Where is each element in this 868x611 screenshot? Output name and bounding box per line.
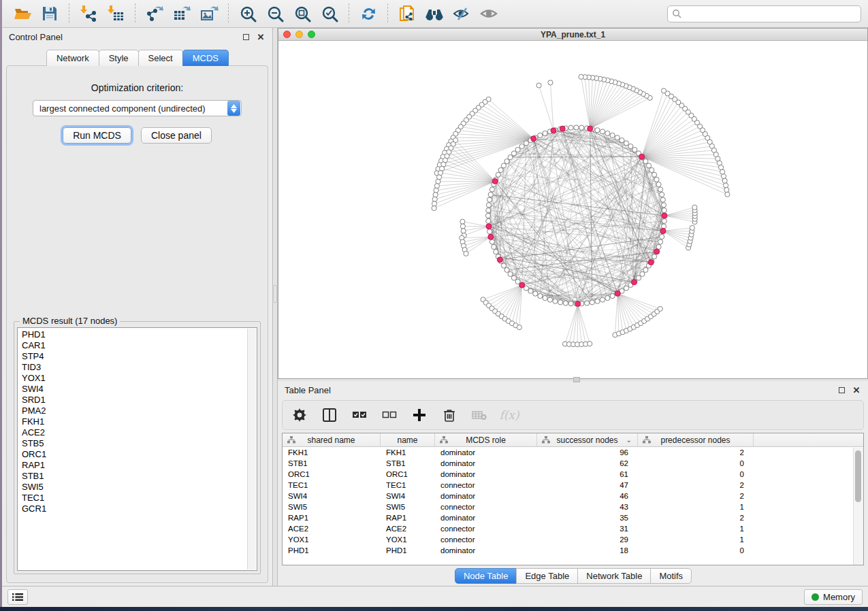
export-network-button[interactable] [143,3,166,24]
function-builder-button[interactable]: f(x) [502,408,517,423]
table-cell[interactable]: TEC1 [381,481,435,489]
horizontal-splitter[interactable] [278,379,868,381]
table-cell[interactable]: ORC1 [283,470,381,478]
table-cell[interactable]: FKH1 [381,448,435,457]
table-body[interactable]: FKH1FKH1dominator962STB1STB1dominator620… [283,447,863,565]
zoom-out-button[interactable] [263,3,287,24]
table-cell[interactable]: 2 [638,448,754,457]
search-box[interactable] [667,5,861,22]
table-cell[interactable]: 29 [537,535,638,544]
network-graph[interactable] [278,41,867,378]
mcds-result-list[interactable]: PHD1CAR1STP4TID3YOX1SWI4SRD1PMA2FKH1ACE2… [17,327,257,571]
zoom-fit-button[interactable] [291,3,314,24]
table-cell[interactable]: dominator [435,459,537,467]
table-row[interactable]: SWI5SWI5connector431 [283,501,863,512]
search-input[interactable] [681,9,856,18]
table-row[interactable]: SWI4SWI4dominator462 [283,491,863,501]
task-history-button[interactable] [7,589,28,605]
save-session-button[interactable] [38,3,61,24]
table-row[interactable]: PHD1PHD1dominator180 [283,545,863,556]
zoom-in-button[interactable] [236,3,259,24]
select-all-columns-button[interactable] [352,408,367,423]
list-item[interactable]: STB5 [22,438,257,449]
splitter-grip[interactable] [274,285,276,303]
column-header-mcds-role[interactable]: MCDS role [435,433,537,446]
splitter-grip[interactable] [573,377,580,382]
tab-network[interactable]: Network [46,50,99,66]
table-cell[interactable]: 1 [638,503,754,511]
table-cell[interactable]: 1 [638,535,754,544]
table-cell[interactable]: 2 [638,514,754,522]
table-cell[interactable]: ORC1 [381,470,435,478]
table-cell[interactable]: 61 [537,470,638,478]
show-columns-button[interactable] [322,408,337,423]
minimize-window-icon[interactable] [295,31,303,38]
table-scrollbar[interactable] [853,448,863,565]
table-row[interactable]: YOX1YOX1connector291 [283,534,863,545]
table-cell[interactable]: connector [435,481,537,489]
table-cell[interactable]: ACE2 [381,525,435,533]
float-panel-icon[interactable] [837,385,846,395]
column-header-successor-nodes[interactable]: successor nodes ⌄ [537,433,638,446]
table-cell[interactable]: 62 [537,459,638,467]
vertical-splitter[interactable] [272,28,278,586]
table-cell[interactable]: 43 [537,503,638,511]
table-row[interactable]: ORC1ORC1dominator610 [283,469,863,480]
table-cell[interactable]: SWI4 [283,492,381,500]
import-table-button[interactable] [104,3,127,24]
table-cell[interactable]: PHD1 [283,546,381,555]
hide-selected-button[interactable] [450,3,473,24]
table-cell[interactable]: 0 [638,470,754,478]
table-row[interactable]: FKH1FKH1dominator962 [283,447,863,458]
list-item[interactable]: PMA2 [22,406,257,416]
clone-network-button[interactable] [396,3,419,24]
table-cell[interactable]: 96 [537,448,638,457]
table-cell[interactable]: connector [435,535,537,544]
table-cell[interactable]: FKH1 [283,448,381,457]
tab-motifs[interactable]: Motifs [650,568,692,584]
list-item[interactable]: STP4 [22,351,257,362]
open-file-button[interactable] [11,3,34,24]
table-cell[interactable]: 47 [537,481,638,489]
table-cell[interactable]: SWI4 [381,492,435,500]
table-cell[interactable]: 35 [537,514,638,522]
table-cell[interactable]: YOX1 [283,535,381,544]
deselect-all-columns-button[interactable] [382,408,397,423]
table-cell[interactable]: 46 [537,492,638,500]
export-table-button[interactable] [170,3,193,24]
list-item[interactable]: SWI4 [22,384,257,395]
table-cell[interactable]: ACE2 [283,525,381,533]
tab-style[interactable]: Style [99,50,139,66]
table-cell[interactable]: SWI5 [381,503,435,511]
list-item[interactable]: ACE2 [22,427,257,438]
delete-table-button[interactable] [472,408,487,423]
table-cell[interactable]: dominator [435,448,537,457]
export-image-button[interactable] [197,3,221,24]
delete-column-button[interactable] [442,408,457,423]
sort-indicator-icon[interactable]: ⌄ [626,436,632,444]
refresh-button[interactable] [357,3,380,24]
table-cell[interactable]: 2 [638,492,754,500]
table-cell[interactable]: 0 [638,546,754,555]
list-item[interactable]: GCR1 [22,503,257,514]
run-mcds-button[interactable]: Run MCDS [63,127,131,144]
table-cell[interactable]: dominator [435,546,537,555]
network-window-titlebar[interactable]: YPA_prune.txt_1 [278,29,867,41]
list-item[interactable]: TID3 [22,362,257,373]
table-cell[interactable]: TEC1 [283,481,381,489]
list-item[interactable]: FKH1 [22,416,257,427]
table-cell[interactable]: 2 [638,481,754,489]
zoom-selected-button[interactable] [318,3,341,24]
list-item[interactable]: YOX1 [22,373,257,384]
table-cell[interactable]: STB1 [381,459,435,467]
tab-edge-table[interactable]: Edge Table [516,568,578,584]
column-header-predecessor-nodes[interactable]: predecessor nodes [638,433,754,446]
table-cell[interactable]: dominator [435,514,537,522]
network-canvas[interactable] [278,41,867,378]
close-panel-icon[interactable]: ✕ [256,32,266,42]
list-item[interactable]: SRD1 [22,395,257,406]
import-network-button[interactable] [77,3,100,24]
table-cell[interactable]: connector [435,525,537,533]
close-window-icon[interactable] [283,31,291,38]
list-item[interactable]: SWI5 [22,482,257,493]
